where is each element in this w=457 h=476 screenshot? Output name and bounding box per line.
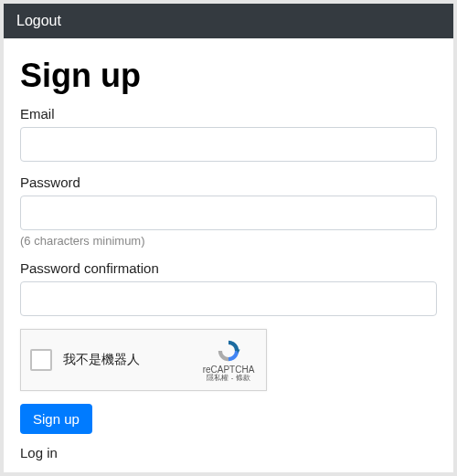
password-label: Password: [20, 175, 437, 190]
recaptcha-brand: reCAPTCHA: [200, 365, 257, 375]
password-field[interactable]: [20, 196, 437, 230]
page-title: Sign up: [20, 57, 437, 95]
recaptcha-icon: [216, 338, 241, 364]
recaptcha-branding: reCAPTCHA 隱私權 - 條款: [200, 338, 257, 383]
password-confirm-field[interactable]: [20, 281, 437, 316]
content: Sign up Email Password (6 characters min…: [4, 38, 453, 461]
recaptcha-label: 我不是機器人: [63, 352, 200, 368]
recaptcha-checkbox[interactable]: [30, 349, 52, 371]
logout-link[interactable]: Logout: [16, 13, 61, 28]
recaptcha-links[interactable]: 隱私權 - 條款: [200, 375, 257, 383]
navbar: Logout: [4, 4, 453, 38]
password-hint: (6 characters minimum): [20, 234, 437, 248]
password-group: Password (6 characters minimum): [20, 175, 437, 248]
recaptcha-widget: 我不是機器人 reCAPTCHA 隱私權 - 條款: [20, 329, 267, 391]
email-label: Email: [20, 106, 437, 122]
password-confirm-group: Password confirmation: [20, 260, 437, 316]
signup-button[interactable]: Sign up: [20, 404, 92, 434]
login-link[interactable]: Log in: [20, 445, 58, 460]
password-confirm-label: Password confirmation: [20, 260, 437, 276]
email-field[interactable]: [20, 127, 437, 162]
email-group: Email: [20, 106, 437, 162]
